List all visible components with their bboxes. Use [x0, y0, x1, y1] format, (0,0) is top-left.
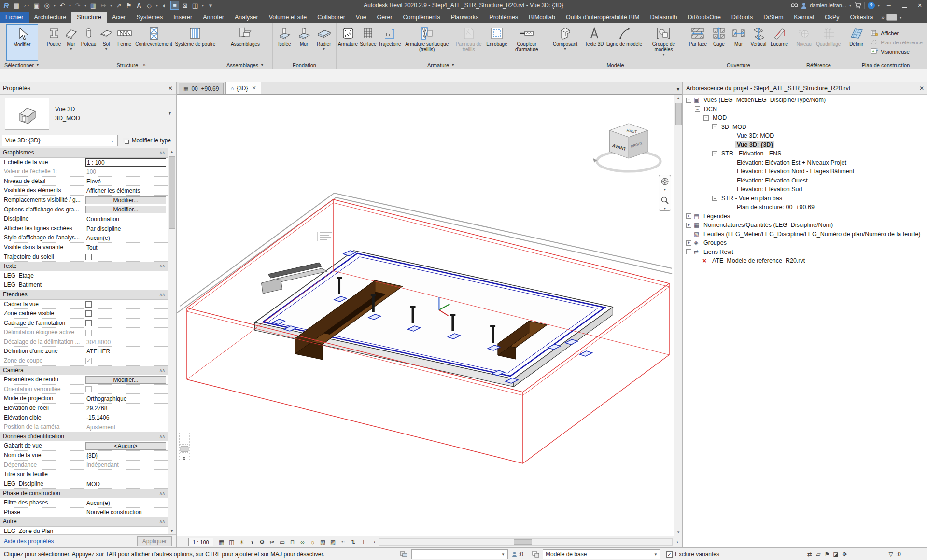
- view-tab-plan[interactable]: ▦ 00_+90.69: [179, 83, 224, 94]
- property-row[interactable]: LEG_Batiment ∧∧ LEG_Batiment: [0, 280, 168, 290]
- property-value-cell[interactable]: [83, 280, 168, 290]
- rebar-button[interactable]: Armature: [337, 24, 359, 61]
- drawing-canvas[interactable]: HAUT AVANT DROITE ▼: [177, 95, 674, 536]
- properties-scrollbar[interactable]: ▲ ▼: [168, 148, 176, 534]
- property-row[interactable]: Définition d'une zone ∧∧ Définition d'un…: [0, 347, 168, 356]
- tree-item[interactable]: Elévation: Elévation Sud: [683, 185, 927, 194]
- properties-help-link[interactable]: Aide des propriétés: [4, 538, 54, 545]
- view-cube[interactable]: HAUT AVANT DROITE: [593, 124, 660, 171]
- property-value-cell[interactable]: Modifier... Modifier...: [83, 196, 168, 205]
- property-value[interactable]: 304.8000: [85, 339, 166, 346]
- collapse-icon[interactable]: ∧∧: [159, 150, 165, 155]
- property-value-cell[interactable]: [83, 271, 168, 280]
- property-value-cell[interactable]: 1 : 100 1 : 100: [83, 158, 168, 167]
- tree-item-label[interactable]: ATE_Modele de reference_R20.rvt: [711, 257, 806, 264]
- tree-item[interactable]: Vues (LEG_Métier/LEG_Discipine/Type/Nom): [683, 96, 927, 105]
- property-value-cell[interactable]: [83, 309, 168, 318]
- property-value[interactable]: Aucun(e): [85, 235, 166, 241]
- view-control-icon[interactable]: [339, 538, 348, 546]
- property-value-cell[interactable]: 100 100: [83, 167, 168, 176]
- tree-item-label[interactable]: Elévation: Elévation Est + Niveaux Proje…: [735, 159, 848, 166]
- view-control-icon[interactable]: [217, 538, 226, 546]
- truss-button[interactable]: Ferme: [115, 24, 134, 61]
- tree-item[interactable]: DCN: [683, 105, 927, 114]
- group-label-armature[interactable]: Armature▼: [337, 61, 546, 69]
- property-value-cell[interactable]: Modifier... Modifier...: [83, 375, 168, 384]
- property-row[interactable]: Valeur de l'échelle 1: ∧∧ Valeur de l'éc…: [0, 167, 168, 177]
- tree-item[interactable]: Elévation: Elévation Ouest: [683, 176, 927, 185]
- property-row[interactable]: Filtre des phases ∧∧ Filtre des phases A…: [0, 498, 168, 508]
- group-label-structure[interactable]: Structure»: [44, 61, 218, 69]
- tree-item-label[interactable]: 3D_MOD: [720, 124, 748, 130]
- property-value-cell[interactable]: [83, 319, 168, 328]
- group-label-assemblages[interactable]: Assemblages▼: [218, 61, 272, 69]
- vertical-opening-button[interactable]: Vertical: [749, 24, 767, 61]
- filter-icon[interactable]: [886, 549, 895, 559]
- show-workplane-button[interactable]: Afficher: [871, 29, 923, 37]
- selection-toggle-icon[interactable]: [823, 551, 831, 558]
- tree-item-label[interactable]: Vues (LEG_Métier/LEG_Discipine/Type/Nom): [702, 97, 827, 103]
- selection-toggle-icon[interactable]: [840, 551, 849, 558]
- qat-icon[interactable]: [99, 1, 108, 10]
- qat-icon[interactable]: [58, 1, 67, 10]
- property-value[interactable]: ATELIER: [85, 348, 166, 355]
- scroll-thumb[interactable]: [514, 539, 532, 545]
- view-control-icon[interactable]: [278, 538, 287, 546]
- structural-slab[interactable]: [255, 251, 613, 387]
- qat-icon[interactable]: [125, 1, 133, 10]
- qat-icon[interactable]: [84, 1, 87, 10]
- view-control-icon[interactable]: [268, 538, 277, 546]
- property-row[interactable]: Paramètres de rendu ∧∧ Paramètres de ren…: [0, 375, 168, 385]
- section-header[interactable]: Texte ∧∧: [0, 262, 168, 271]
- user-icon[interactable]: [801, 2, 807, 9]
- minimize-button[interactable]: [883, 0, 895, 10]
- wall-structural-button[interactable]: Mur ▼: [63, 24, 79, 61]
- scroll-up-icon[interactable]: ▲: [675, 95, 682, 102]
- qat-icon[interactable]: [89, 1, 98, 10]
- property-value-cell[interactable]: Afficher les éléments Afficher les éléme…: [83, 186, 168, 195]
- editing-requests-icon[interactable]: [512, 549, 517, 559]
- ribbon-tab[interactable]: DiRoots: [726, 12, 758, 23]
- property-row[interactable]: Options d'affichage des gra... ∧∧ Option…: [0, 205, 168, 215]
- scroll-thumb[interactable]: [169, 156, 175, 229]
- tree-item-label[interactable]: Plan de structure: 00_+90.69: [735, 204, 816, 210]
- property-row[interactable]: LEG_Zone du Plan ∧∧ LEG_Zone du Plan: [0, 527, 168, 534]
- property-value-cell[interactable]: MOD MOD: [83, 479, 168, 489]
- property-row[interactable]: Trajectoire du soleil ∧∧ Trajectoire du …: [0, 252, 168, 262]
- view-control-icon[interactable]: [359, 538, 368, 546]
- property-value[interactable]: Tout: [85, 244, 166, 251]
- ribbon-tab[interactable]: Gérer: [372, 12, 398, 23]
- ribbon-tab[interactable]: Vue: [351, 12, 372, 23]
- ribbon-tab[interactable]: Compléments: [398, 12, 446, 23]
- qat-icon[interactable]: [2, 1, 11, 10]
- property-row[interactable]: Cadrer la vue ∧∧ Cadrer la vue: [0, 300, 168, 309]
- property-button[interactable]: <Aucun>: [85, 442, 166, 450]
- restore-button[interactable]: [898, 0, 911, 10]
- zoom-button[interactable]: [659, 194, 671, 207]
- property-row[interactable]: Etendues ∧∧ Etendues: [0, 290, 168, 300]
- model-3d-view[interactable]: HAUT AVANT DROITE: [177, 95, 674, 536]
- ribbon-tab[interactable]: Structure: [71, 12, 107, 23]
- beam-system-button[interactable]: Système de poutre: [174, 24, 216, 61]
- cover-button[interactable]: Enrobage: [485, 24, 508, 61]
- navigation-wheel-button[interactable]: [659, 175, 671, 188]
- tree-item[interactable]: Liens Revit: [683, 248, 927, 257]
- view-control-icon[interactable]: [329, 538, 337, 546]
- property-row[interactable]: Elévation de l'oeil ∧∧ Elévation de l'oe…: [0, 404, 168, 413]
- section-header[interactable]: Phase de construction ∧∧: [0, 489, 168, 498]
- property-value[interactable]: -15.1406: [85, 414, 166, 421]
- app-store-cart-icon[interactable]: [854, 2, 861, 9]
- qat-icon[interactable]: [12, 1, 21, 10]
- worksets-icon[interactable]: [400, 549, 407, 559]
- search-icon[interactable]: [791, 2, 798, 8]
- tree-item[interactable]: Feuilles (LEG_Métier/LEG_Discipline/LEG_…: [683, 230, 927, 239]
- scroll-right-icon[interactable]: ›: [674, 539, 681, 545]
- tab-overflow-controls[interactable]: »▾: [878, 14, 904, 23]
- section-header[interactable]: Données d'identification ∧∧: [0, 432, 168, 442]
- ribbon-tab[interactable]: DiStem: [758, 12, 788, 23]
- property-row[interactable]: Cadrage de l'annotation ∧∧ Cadrage de l'…: [0, 319, 168, 328]
- group-label-modele[interactable]: Modèle: [546, 61, 685, 69]
- tree-item-label[interactable]: STR - Vue en plan bas: [720, 195, 784, 202]
- property-row[interactable]: Discipline ∧∧ Discipline Coordination Co…: [0, 214, 168, 224]
- property-button[interactable]: Modifier...: [85, 196, 166, 204]
